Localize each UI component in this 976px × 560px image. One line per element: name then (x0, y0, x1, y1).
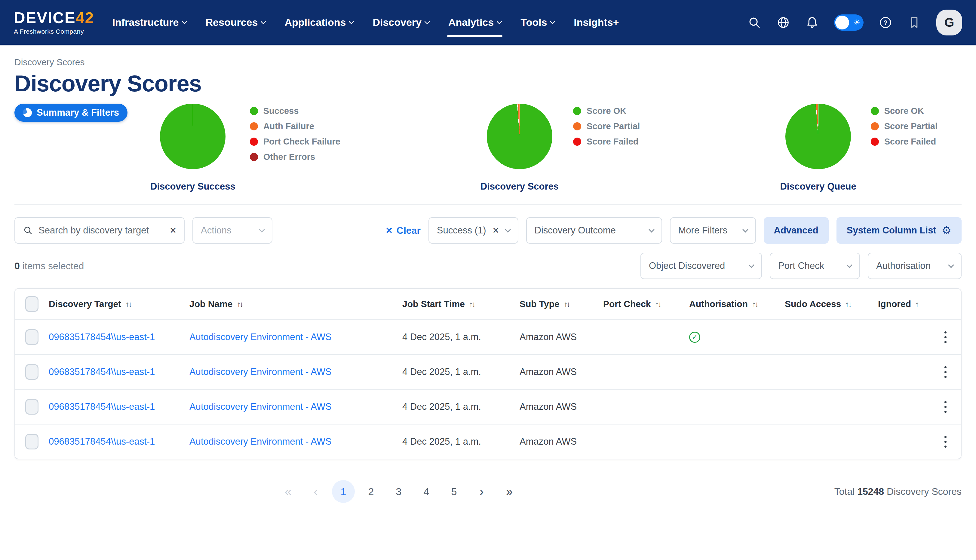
chart-legend: Score OK Score Partial Score Failed (573, 103, 640, 192)
search-box[interactable]: × (15, 217, 185, 243)
col-job-start-time[interactable]: Job Start Time↑↓ (402, 299, 520, 309)
page-button-4[interactable]: 4 (415, 480, 438, 503)
page-title: Discovery Scores (15, 70, 961, 97)
sort-icon[interactable]: ↑↓ (125, 300, 131, 308)
col-ignored[interactable]: Ignored↑ (878, 299, 930, 309)
sort-icon[interactable]: ↑↓ (845, 300, 851, 308)
row-checkbox[interactable] (25, 364, 38, 380)
page-button-5[interactable]: 5 (443, 480, 465, 503)
row-checkbox[interactable] (25, 329, 38, 345)
next-page-button[interactable]: › (470, 480, 493, 503)
sub-type: Amazon AWS (520, 436, 603, 447)
page-button-1[interactable]: 1 (332, 480, 355, 503)
theme-toggle[interactable]: ☀ (834, 14, 864, 31)
job-name-link[interactable]: Autodiscovery Environment - AWS (189, 367, 332, 377)
page-content: Discovery Scores Discovery Scores Summar… (0, 57, 976, 508)
discovery-target-link[interactable]: 096835178454\\us-east-1 (49, 402, 155, 412)
nav-resources[interactable]: Resources (206, 0, 266, 45)
success-filter-chip[interactable]: Success (1) × (428, 217, 518, 243)
table-row: 096835178454\\us-east-1 Autodiscovery En… (15, 424, 961, 459)
top-navbar: DEVICE42 A Freshworks Company Infrastruc… (0, 0, 976, 46)
notifications-bell-icon[interactable] (805, 16, 819, 30)
remove-filter-icon[interactable]: × (493, 225, 499, 236)
globe-icon[interactable] (776, 16, 790, 30)
chevron-down-icon (259, 227, 265, 233)
clear-filters-button[interactable]: × Clear (386, 225, 421, 236)
sort-icon[interactable]: ↑↓ (655, 300, 660, 308)
pagination-bar: « ‹ 1 2 3 4 5 › » Total 15248 Discovery … (15, 475, 961, 508)
row-menu-kebab-icon[interactable] (930, 433, 961, 451)
svg-text:?: ? (883, 19, 887, 27)
discovery-queue-pie (785, 103, 851, 169)
nav-insights[interactable]: Insights+ (574, 0, 619, 45)
row-menu-kebab-icon[interactable] (930, 398, 961, 416)
page-button-3[interactable]: 3 (387, 480, 410, 503)
table-row: 096835178454\\us-east-1 Autodiscovery En… (15, 319, 961, 354)
charts-row: Discovery Success Success Auth Failure P… (150, 103, 961, 192)
table-row: 096835178454\\us-east-1 Autodiscovery En… (15, 389, 961, 424)
sort-icon[interactable]: ↑ (915, 300, 918, 308)
discovery-target-link[interactable]: 096835178454\\us-east-1 (49, 332, 155, 342)
nav-analytics[interactable]: Analytics (448, 0, 501, 45)
nav-tools[interactable]: Tools (520, 0, 555, 45)
nav-discovery[interactable]: Discovery (373, 0, 429, 45)
job-start-time: 4 Dec 2025, 1 a.m. (402, 436, 520, 447)
sort-icon[interactable]: ↑↓ (469, 300, 475, 308)
job-name-link[interactable]: Autodiscovery Environment - AWS (189, 402, 332, 412)
bookmark-icon[interactable] (907, 16, 921, 30)
chevron-down-icon (648, 227, 655, 233)
sort-icon[interactable]: ↑↓ (564, 300, 570, 308)
nav-applications[interactable]: Applications (284, 0, 353, 45)
chevron-down-icon (349, 18, 354, 24)
col-sudo-access[interactable]: Sudo Access↑↓ (785, 299, 878, 309)
search-icon[interactable] (747, 16, 761, 30)
clear-search-icon[interactable]: × (170, 225, 176, 236)
col-authorisation[interactable]: Authorisation↑↓ (689, 299, 785, 309)
legend-dot (871, 138, 879, 146)
sub-type: Amazon AWS (520, 402, 603, 412)
authorised-check-icon: ✓ (689, 332, 700, 343)
legend-dot (573, 138, 581, 146)
job-name-link[interactable]: Autodiscovery Environment - AWS (189, 332, 332, 342)
col-job-name[interactable]: Job Name↑↓ (189, 299, 402, 309)
chart-discovery-success: Discovery Success Success Auth Failure P… (150, 103, 340, 192)
prev-page-button[interactable]: ‹ (304, 480, 327, 503)
row-checkbox[interactable] (25, 399, 38, 415)
legend-dot (573, 107, 581, 115)
discovery-target-link[interactable]: 096835178454\\us-east-1 (49, 367, 155, 377)
search-icon (23, 225, 33, 235)
select-all-checkbox[interactable] (25, 296, 38, 312)
user-avatar[interactable]: G (936, 10, 962, 35)
sort-icon[interactable]: ↑↓ (752, 300, 758, 308)
first-page-button[interactable]: « (277, 480, 299, 503)
port-check-dropdown[interactable]: Port Check (770, 253, 860, 279)
legend-dot (871, 122, 879, 130)
row-menu-kebab-icon[interactable] (930, 328, 961, 346)
sort-icon[interactable]: ↑↓ (237, 300, 242, 308)
last-page-button[interactable]: » (498, 480, 521, 503)
help-icon[interactable]: ? (879, 16, 892, 30)
search-input[interactable] (38, 225, 164, 236)
authorisation-dropdown[interactable]: Authorisation (868, 253, 961, 279)
advanced-button[interactable]: Advanced (764, 217, 829, 243)
row-menu-kebab-icon[interactable] (930, 363, 961, 381)
col-sub-type[interactable]: Sub Type↑↓ (520, 299, 603, 309)
more-filters-dropdown[interactable]: More Filters (670, 217, 756, 243)
col-discovery-target[interactable]: Discovery Target↑↓ (49, 299, 189, 309)
gear-icon: ⚙ (942, 225, 951, 236)
discovery-target-link[interactable]: 096835178454\\us-east-1 (49, 436, 155, 447)
nav-infrastructure[interactable]: Infrastructure (112, 0, 186, 45)
page-button-2[interactable]: 2 (359, 480, 383, 503)
summary-filters-button[interactable]: Summary & Filters (15, 103, 127, 122)
system-column-list-button[interactable]: System Column List ⚙ (836, 217, 961, 243)
actions-dropdown[interactable]: Actions (192, 217, 272, 243)
brand-logo[interactable]: DEVICE42 A Freshworks Company (14, 10, 94, 35)
col-port-check[interactable]: Port Check↑↓ (603, 299, 689, 309)
legend-dot (250, 153, 258, 161)
row-checkbox[interactable] (25, 434, 38, 450)
object-discovered-dropdown[interactable]: Object Discovered (640, 253, 762, 279)
filter-toolbar: × Actions × Clear Success (1) × Discover… (15, 217, 961, 243)
chart-discovery-scores: Discovery Scores Score OK Score Partial … (480, 103, 640, 192)
discovery-outcome-dropdown[interactable]: Discovery Outcome (526, 217, 662, 243)
job-name-link[interactable]: Autodiscovery Environment - AWS (189, 436, 332, 447)
